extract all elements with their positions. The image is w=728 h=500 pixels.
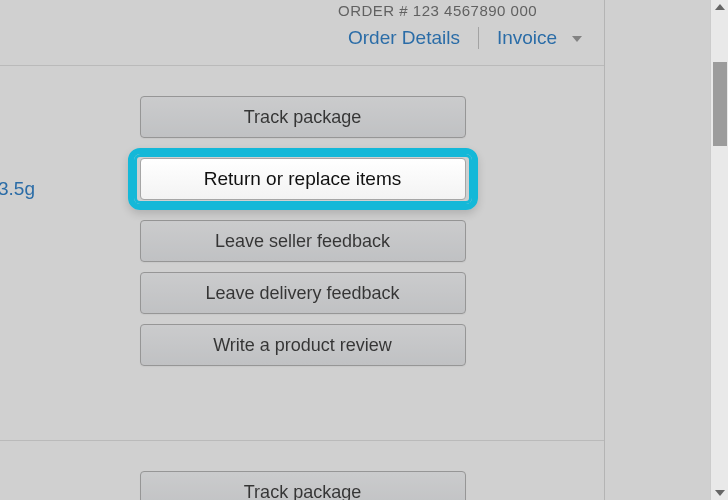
write-product-review-button[interactable]: Write a product review — [140, 324, 466, 366]
chevron-down-icon — [572, 36, 582, 42]
return-or-replace-button[interactable]: Return or replace items — [140, 158, 466, 200]
order-links-row: Order Details Invoice — [0, 27, 728, 49]
scrollbar-track[interactable] — [710, 0, 728, 500]
highlighted-action: Return or replace items — [128, 148, 478, 210]
scroll-down-icon[interactable] — [715, 490, 725, 496]
order-number: ORDER # 123 4567890 000 — [338, 2, 537, 19]
link-separator — [478, 27, 479, 49]
order-actions: Track package Return or replace items Le… — [0, 66, 605, 500]
content-right-edge — [604, 0, 605, 500]
product-title-partial[interactable]: 3.5g — [0, 178, 35, 200]
leave-seller-feedback-button[interactable]: Leave seller feedback — [140, 220, 466, 262]
order-header: ORDER # 123 4567890 000 — [0, 0, 728, 19]
invoice-link-label: Invoice — [497, 27, 557, 48]
track-package-button-2[interactable]: Track package — [140, 471, 466, 500]
scrollbar-thumb[interactable] — [713, 62, 727, 146]
section-divider-2 — [0, 440, 605, 441]
track-package-button[interactable]: Track package — [140, 96, 466, 138]
leave-delivery-feedback-button[interactable]: Leave delivery feedback — [140, 272, 466, 314]
invoice-link[interactable]: Invoice — [497, 27, 582, 49]
order-panel: ORDER # 123 4567890 000 Order Details In… — [0, 0, 728, 500]
order-details-link[interactable]: Order Details — [348, 27, 460, 49]
scroll-up-icon[interactable] — [715, 4, 725, 10]
